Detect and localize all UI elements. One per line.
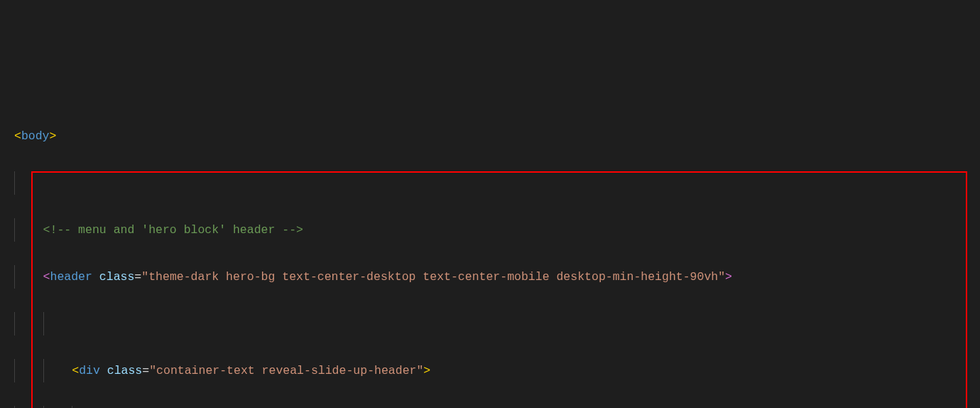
tag-div-open: div [79,364,100,377]
code-line[interactable]: <!-- menu and 'hero block' header --> [14,218,980,242]
code-editor[interactable]: <body> <!-- menu and 'hero block' header… [0,101,980,408]
code-line[interactable]: <header class="theme-dark hero-bg text-c… [14,265,980,289]
tag-header-open: header [50,270,92,284]
tag-body-open: body [21,129,50,143]
code-line[interactable] [14,312,980,335]
code-line[interactable]: <body> [14,124,980,148]
code-line[interactable]: <div class="container-text reveal-slide-… [14,359,980,382]
comment: <!-- menu and 'hero block' header --> [43,223,303,237]
code-line[interactable] [14,171,980,195]
